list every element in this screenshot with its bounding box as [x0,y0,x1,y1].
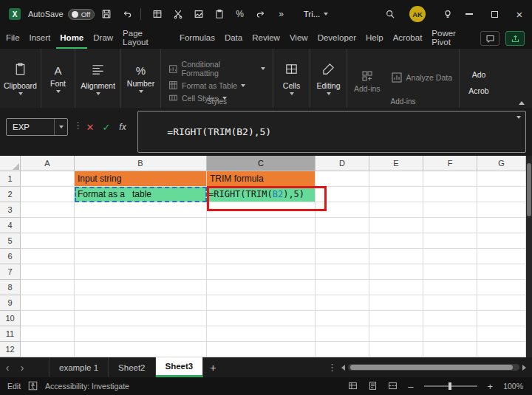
comments-button[interactable] [480,31,499,46]
tab-formulas[interactable]: Formulas [176,28,219,49]
cell-C2[interactable]: =RIGHT(TRIM(B2),5) [207,187,316,202]
cell-E7[interactable] [369,264,423,280]
minimize-button[interactable] [457,0,482,28]
cell-G7[interactable] [477,264,526,280]
cell-D2[interactable] [316,187,369,202]
autosave-toggle[interactable]: AutoSave Off [28,9,95,20]
previous-sheet-button[interactable]: ‹ [0,362,15,374]
horizontal-scrollbar[interactable] [341,364,526,371]
accessibility-status[interactable]: Accessibility: Investigate [45,382,129,391]
analyze-data-button[interactable]: Analyze Data [391,72,452,83]
cell-B1[interactable]: Input string [75,171,207,187]
vertical-scrollbar-thumb[interactable] [527,163,531,216]
cell-E11[interactable] [369,326,423,342]
cell-E12[interactable] [369,342,423,357]
column-header-G[interactable]: G [477,156,526,171]
maximize-button[interactable] [482,0,507,28]
cell-G11[interactable] [477,326,526,342]
cell-B8[interactable] [75,280,207,295]
cell-E10[interactable] [369,311,423,326]
cell-C11[interactable] [207,326,316,342]
cell-D12[interactable] [316,342,369,357]
cell-D8[interactable] [316,280,369,295]
cell-B10[interactable] [75,311,207,326]
paste-button[interactable] [211,5,228,23]
cell-A3[interactable] [21,202,75,218]
column-header-F[interactable]: F [423,156,477,171]
cell-G2[interactable] [477,187,526,202]
cell-E3[interactable] [369,202,423,218]
horizontal-scrollbar-thumb[interactable] [350,365,513,370]
cell-D4[interactable] [316,218,369,233]
page-layout-view-button[interactable] [368,381,378,392]
search-button[interactable] [381,5,399,23]
cell-C6[interactable] [207,249,316,264]
cell-F12[interactable] [423,342,477,357]
close-button[interactable]: × [507,0,532,28]
cell-A4[interactable] [21,218,75,233]
row-header-2[interactable]: 2 [0,187,21,202]
formula-bar-grip[interactable]: ⋮ [73,120,83,131]
sheet-tab-sheet3[interactable]: Sheet3 [156,357,204,377]
formula-bar-expand-chevron[interactable] [516,116,521,119]
cell-F2[interactable] [423,187,477,202]
row-header-5[interactable]: 5 [0,233,21,249]
cell-G10[interactable] [477,311,526,326]
cell-A7[interactable] [21,264,75,280]
ribbon-group-acrobat-clipped[interactable]: Ado Acrob [460,49,492,108]
ribbon-group-editing[interactable]: Editing [310,49,347,108]
cell-G3[interactable] [477,202,526,218]
row-header-8[interactable]: 8 [0,280,21,295]
cell-D11[interactable] [316,326,369,342]
qat-overflow-button[interactable]: » [273,5,290,23]
cell-F1[interactable] [423,171,477,187]
row-header-7[interactable]: 7 [0,264,21,280]
undo-button[interactable] [118,5,136,23]
cell-C4[interactable] [207,218,316,233]
cell-C8[interactable] [207,280,316,295]
cell-F3[interactable] [423,202,477,218]
column-header-E[interactable]: E [369,156,423,171]
cell-F8[interactable] [423,280,477,295]
enter-entry-button[interactable]: ✓ [99,118,114,136]
tab-power-pivot[interactable]: Power Pivot [428,28,480,49]
tab-view[interactable]: View [286,28,312,49]
row-header-4[interactable]: 4 [0,218,21,233]
cell-A5[interactable] [21,233,75,249]
row-header-3[interactable]: 3 [0,202,21,218]
zoom-slider-thumb[interactable] [449,382,451,390]
cell-C3[interactable] [207,202,316,218]
cell-F5[interactable] [423,233,477,249]
cell-E1[interactable] [369,171,423,187]
excel-app-icon[interactable]: X [9,8,21,20]
cell-F6[interactable] [423,249,477,264]
cell-C10[interactable] [207,311,316,326]
zoom-out-button[interactable]: – [408,381,413,392]
zoom-level[interactable]: 100% [503,382,523,391]
ribbon-group-cells[interactable]: Cells [273,49,310,108]
save-button[interactable] [98,5,115,23]
cell-B2[interactable]: Format as a table [75,187,207,202]
vertical-scrollbar[interactable] [526,156,532,357]
cell-B5[interactable] [75,233,207,249]
percent-style-button[interactable]: % [231,5,249,23]
row-header-12[interactable]: 12 [0,342,21,357]
cell-A10[interactable] [21,311,75,326]
cell-F9[interactable] [423,295,477,311]
cell-B4[interactable] [75,218,207,233]
cell-D9[interactable] [316,295,369,311]
tab-home[interactable]: Home [56,28,87,49]
formula-bar-input[interactable]: =RIGHT(TRIM(B2),5) [137,111,526,153]
cell-D6[interactable] [316,249,369,264]
cell-G6[interactable] [477,249,526,264]
row-header-9[interactable]: 9 [0,295,21,311]
cell-F4[interactable] [423,218,477,233]
tab-developer[interactable]: Developer [314,28,360,49]
tab-draw[interactable]: Draw [89,28,117,49]
cell-G4[interactable] [477,218,526,233]
tab-insert[interactable]: Insert [26,28,55,49]
cell-F7[interactable] [423,264,477,280]
cell-G12[interactable] [477,342,526,357]
cell-B12[interactable] [75,342,207,357]
cell-B3[interactable] [75,202,207,218]
